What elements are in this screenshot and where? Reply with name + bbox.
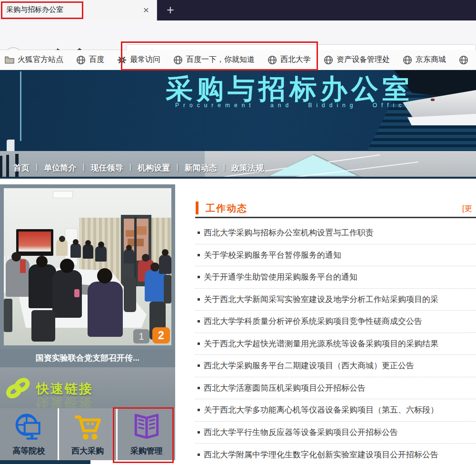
bottom-strip-decoration (0, 460, 90, 464)
bookmark-nwu[interactable]: 西北大学 (268, 55, 311, 65)
globe-icon (324, 55, 333, 65)
globe-monitor-icon (13, 412, 44, 444)
news-item[interactable]: 西北大学采购与招标办公室机构设置与工作职责 (195, 222, 476, 244)
bookmark-label: 京东商城 (416, 55, 446, 65)
bullet-icon (198, 254, 200, 256)
nav-item-home[interactable]: 首页 (13, 162, 30, 173)
photo-person (70, 243, 81, 258)
photo-carousel[interactable]: 1 2 (0, 184, 175, 349)
news-item[interactable]: 关于开通学生助管使用采购服务平台的通知 (195, 266, 476, 289)
browser-toolbar: ← → https://zcc.nwu.edu.cn (0, 20, 476, 50)
news-section-title: 工作动态 (206, 202, 248, 215)
bookmark-jd[interactable]: 京东商城 (403, 55, 446, 65)
photo-person (83, 244, 93, 259)
photo-person-head (150, 262, 159, 272)
tab-close-icon[interactable]: × (139, 3, 153, 17)
photo-person (95, 246, 107, 262)
nav-separator: | (129, 162, 131, 173)
tile-label: 西大采购 (71, 445, 104, 456)
photo-person-head (60, 259, 74, 273)
bookmark-label: 西北大学 (280, 55, 311, 65)
globe-icon (268, 55, 277, 65)
bookmark-most-visited[interactable]: 最常访问 (117, 55, 160, 65)
tab-bar: 采购与招标办公室 × + (0, 0, 476, 20)
news-item[interactable]: 西北大学附属中学理化生数字化创新实验室建设项目公开招标公告 (195, 444, 476, 464)
nav-separator: | (223, 162, 225, 173)
bullet-icon (198, 431, 200, 434)
carousel-caption[interactable]: 国资实验联合党支部召开传... (0, 349, 175, 367)
photo-ceiling-light (53, 191, 73, 198)
bookmark-folder[interactable]: 火狐官方站点 (5, 55, 63, 65)
photo-person (56, 240, 68, 256)
bookmark-baidu[interactable]: 百度 (76, 55, 104, 65)
photo-person-head (142, 254, 149, 262)
bookmark-assets[interactable]: 资产设备管理处 (324, 55, 390, 65)
carousel-page-1[interactable]: 1 (133, 329, 149, 343)
active-tab[interactable]: 采购与招标办公室 × (0, 0, 157, 20)
carousel-page-2-active[interactable]: 2 (152, 327, 170, 343)
photo-cup (74, 289, 79, 297)
photo-person-head (73, 239, 79, 245)
news-item[interactable]: 关于西北大学超快光谱测量用光源系统等设备采购项目的采购结果 (195, 333, 476, 355)
nav-separator: | (176, 162, 178, 173)
nav-item-leaders[interactable]: 现任领导 (91, 162, 123, 173)
bullet-icon (198, 298, 200, 301)
globe-icon (459, 55, 468, 65)
news-item[interactable]: 西北大学采购服务平台二期建设项目（西大商城）更正公告 (195, 355, 476, 377)
news-list: 西北大学采购与招标办公室机构设置与工作职责 关于学校采购服务平台暂停服务的通知 … (195, 222, 476, 464)
photo-chair (4, 299, 12, 332)
bullet-icon (198, 320, 200, 323)
photo-person-head (162, 249, 169, 256)
tile-universities[interactable]: 高等院校 (0, 408, 58, 460)
banner-slat-decoration (6, 155, 9, 178)
bookmark-baidu-search[interactable]: 百度一下，你就知道 (173, 55, 255, 65)
annotation-box-tile (113, 407, 174, 463)
chain-link-icon (3, 374, 32, 403)
annotation-box-tab (1, 1, 83, 19)
news-item[interactable]: 西北大学学科质量分析评价系统采购项目竞争性磋商成交公告 (195, 311, 476, 333)
bookmarks-bar: 火狐官方站点 百度 最常访问 百度一下，你就知道 西北大学 资产设备管理处 京东… (0, 50, 476, 70)
photo-person-center (88, 282, 123, 337)
news-item[interactable]: 西北大学活塞圆筒压机采购项目公开招标公告 (195, 377, 476, 400)
site-subtitle: Procurement and Bidding Office (175, 102, 413, 109)
photo-person-red-scarf (20, 260, 26, 273)
bullet-icon (198, 387, 200, 389)
news-item[interactable]: 关于西北大学新闻采写实验室建设及地学分析工作站采购项目的采 (195, 289, 476, 311)
nav-item-about[interactable]: 单位简介 (44, 162, 76, 173)
news-item[interactable]: 关于西北大学多功能离心机等仪器设备采购项目（第五、六标段） (195, 399, 476, 422)
news-item[interactable]: 西北大学平行生物反应器等设备采购项目公开招标公告 (195, 422, 476, 444)
banner-slat-decoration (0, 156, 2, 178)
photo-window-frame (134, 217, 137, 286)
photo-box (126, 230, 135, 237)
photo-person-head (126, 245, 132, 251)
photo-chair (31, 310, 55, 342)
photo-person-head (85, 240, 91, 246)
nav-item-policy[interactable]: 政策法规 (231, 162, 264, 173)
bookmark-cut[interactable] (459, 55, 472, 65)
tile-xida-procurement[interactable]: 西大采购 (59, 408, 117, 460)
bookmark-label: 百度一下，你就知道 (186, 55, 255, 65)
quicklink-tiles: 高等院校 西大采购 采购管理 (0, 408, 175, 460)
photo-person-gray (6, 259, 30, 297)
new-tab-button[interactable]: + (163, 3, 178, 17)
photo-person-head (59, 236, 65, 242)
gear-icon (117, 55, 127, 65)
nav-separator: | (36, 162, 38, 173)
news-more-link[interactable]: [更 (462, 204, 472, 214)
bullet-icon (198, 232, 200, 234)
laptop-logo (431, 99, 435, 101)
bookmark-label: 百度 (89, 55, 104, 65)
photo-person (159, 255, 171, 274)
photo-person-head (36, 256, 48, 267)
bullet-icon (198, 409, 200, 411)
banner-line-decoration (20, 71, 21, 141)
news-accent-bar (196, 202, 198, 214)
bookmark-label: 火狐官方站点 (18, 55, 63, 65)
site-banner: 采购与招标办公室 Procurement and Bidding Office … (0, 70, 476, 179)
nav-separator: | (82, 162, 84, 173)
triangle-decoration (269, 155, 357, 176)
nav-item-news[interactable]: 新闻动态 (185, 162, 217, 173)
nav-item-structure[interactable]: 机构设置 (138, 162, 170, 173)
news-item[interactable]: 关于学校采购服务平台暂停服务的通知 (195, 244, 476, 267)
photo-chair (164, 275, 171, 303)
